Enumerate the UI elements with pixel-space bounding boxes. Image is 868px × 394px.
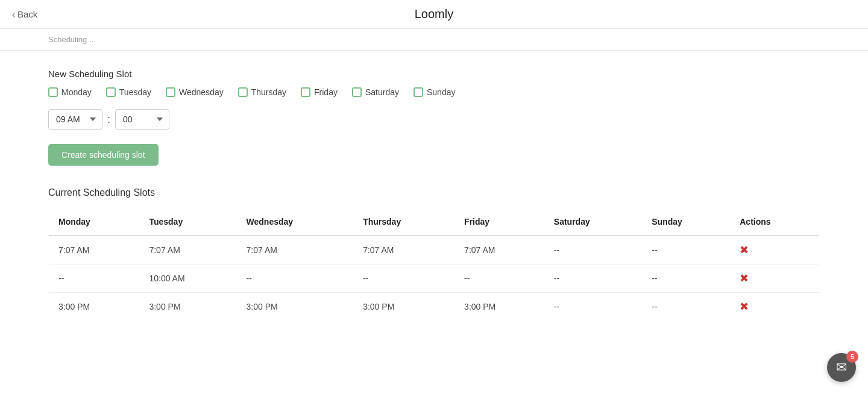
col-header-thursday: Thursday	[353, 208, 454, 236]
delete-button-2[interactable]: ✖	[740, 273, 749, 284]
checkbox-wednesday[interactable]	[166, 87, 175, 97]
cell-actions-2: ✖	[730, 264, 819, 293]
col-header-monday: Monday	[49, 208, 140, 236]
day-thursday[interactable]: Thursday	[238, 87, 286, 97]
cell-thursday-2: --	[353, 264, 454, 293]
cell-wednesday-2: --	[237, 264, 354, 293]
cell-monday-3: 3:00 PM	[49, 293, 140, 321]
col-header-wednesday: Wednesday	[237, 208, 354, 236]
day-saturday-label: Saturday	[365, 87, 399, 97]
schedule-table: Monday Tuesday Wednesday Thursday Friday…	[48, 208, 820, 321]
day-tuesday[interactable]: Tuesday	[106, 87, 151, 97]
cell-thursday-1: 7:07 AM	[353, 236, 454, 264]
cell-tuesday-3: 3:00 PM	[139, 293, 236, 321]
cell-monday-2: --	[49, 264, 140, 293]
app-header: ‹ Back Loomly	[0, 0, 868, 29]
back-label: Back	[17, 9, 37, 19]
back-chevron-icon: ‹	[12, 9, 15, 19]
day-sunday[interactable]: Sunday	[414, 87, 455, 97]
day-sunday-label: Sunday	[427, 87, 455, 97]
cell-friday-1: 7:07 AM	[454, 236, 544, 264]
checkbox-thursday[interactable]	[238, 87, 248, 97]
day-monday-label: Monday	[61, 87, 92, 97]
table-header-row: Monday Tuesday Wednesday Thursday Friday…	[49, 208, 820, 236]
day-wednesday-label: Wednesday	[179, 87, 224, 97]
table-row: 7:07 AM 7:07 AM 7:07 AM 7:07 AM 7:07 AM …	[49, 236, 820, 264]
delete-button-3[interactable]: ✖	[740, 301, 749, 312]
checkbox-saturday[interactable]	[352, 87, 362, 97]
cell-sunday-3: --	[642, 293, 730, 321]
checkbox-friday[interactable]	[301, 87, 310, 97]
top-bar: Scheduling ...	[0, 29, 868, 51]
cell-wednesday-3: 3:00 PM	[237, 293, 354, 321]
create-slot-button[interactable]: Create scheduling slot	[48, 144, 159, 166]
checkbox-sunday[interactable]	[414, 87, 423, 97]
current-slots-title: Current Scheduling Slots	[48, 187, 820, 198]
table-row: 3:00 PM 3:00 PM 3:00 PM 3:00 PM 3:00 PM …	[49, 293, 820, 321]
cell-wednesday-1: 7:07 AM	[237, 236, 354, 264]
day-saturday[interactable]: Saturday	[352, 87, 399, 97]
col-header-saturday: Saturday	[544, 208, 642, 236]
cell-friday-3: 3:00 PM	[454, 293, 544, 321]
cell-actions-3: ✖	[730, 293, 819, 321]
time-row: 12 AM01 AM02 AM03 AM 04 AM05 AM06 AM07 A…	[48, 109, 820, 130]
cell-tuesday-2: 10:00 AM	[139, 264, 236, 293]
delete-button-1[interactable]: ✖	[740, 245, 749, 255]
cell-friday-2: --	[454, 264, 544, 293]
cell-sunday-1: --	[642, 236, 730, 264]
day-monday[interactable]: Monday	[48, 87, 92, 97]
cell-sunday-2: --	[642, 264, 730, 293]
table-row: -- 10:00 AM -- -- -- -- -- ✖	[49, 264, 820, 293]
day-wednesday[interactable]: Wednesday	[166, 87, 224, 97]
col-header-tuesday: Tuesday	[139, 208, 236, 236]
back-link[interactable]: ‹ Back	[12, 9, 37, 19]
breadcrumb-text: Scheduling ...	[48, 35, 96, 44]
new-slot-label: New Scheduling Slot	[48, 69, 820, 79]
col-header-friday: Friday	[454, 208, 544, 236]
cell-saturday-2: --	[544, 264, 642, 293]
days-row: Monday Tuesday Wednesday Thursday Friday…	[48, 87, 820, 97]
cell-tuesday-1: 7:07 AM	[139, 236, 236, 264]
cell-saturday-1: --	[544, 236, 642, 264]
checkbox-tuesday[interactable]	[106, 87, 116, 97]
col-header-actions: Actions	[730, 208, 819, 236]
day-tuesday-label: Tuesday	[119, 87, 151, 97]
time-separator: :	[107, 113, 110, 126]
day-thursday-label: Thursday	[251, 87, 286, 97]
cell-actions-1: ✖	[730, 236, 819, 264]
cell-saturday-3: --	[544, 293, 642, 321]
cell-monday-1: 7:07 AM	[49, 236, 140, 264]
day-friday-label: Friday	[314, 87, 338, 97]
hour-select[interactable]: 12 AM01 AM02 AM03 AM 04 AM05 AM06 AM07 A…	[48, 109, 102, 130]
day-friday[interactable]: Friday	[301, 87, 338, 97]
cell-thursday-3: 3:00 PM	[353, 293, 454, 321]
main-content: New Scheduling Slot Monday Tuesday Wedne…	[0, 51, 868, 339]
minute-select[interactable]: 00051015 20253035 40455055	[115, 109, 169, 130]
col-header-sunday: Sunday	[642, 208, 730, 236]
checkbox-monday[interactable]	[48, 87, 58, 97]
app-title: Loomly	[415, 7, 453, 21]
